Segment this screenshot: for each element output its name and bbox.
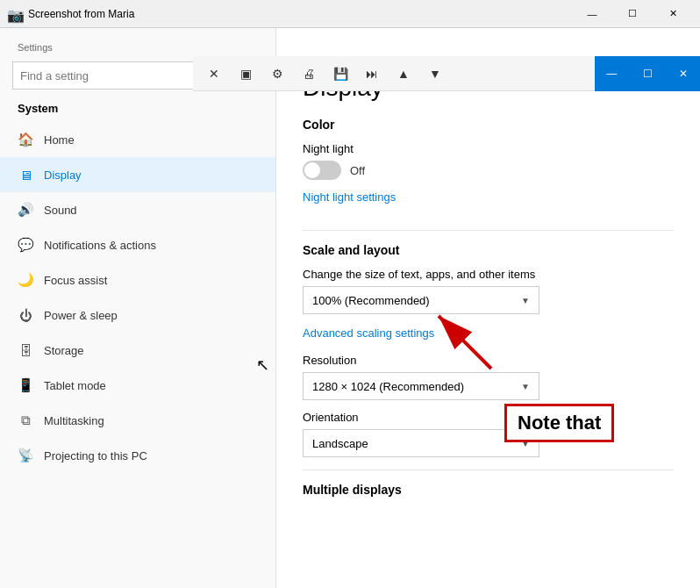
sidebar-item-home[interactable]: 🏠 Home: [0, 122, 275, 157]
note-annotation-box: Note that: [504, 404, 614, 442]
toolbar-print-btn[interactable]: 🖨: [295, 60, 323, 88]
resolution-dropdown-value: 1280 × 1024 (Recommended): [312, 380, 464, 393]
toolbar: ✕ ▣ ⚙ 🖨 💾 ⏭ ▲ ▼ — ☐ ✕: [276, 56, 700, 91]
resolution-label: Resolution: [303, 354, 674, 367]
window-controls: — ☐ ✕: [572, 0, 693, 28]
sidebar-item-label-home: Home: [44, 133, 75, 147]
advanced-scaling-link[interactable]: Advanced scaling settings: [303, 326, 434, 340]
notifications-icon: 💬: [18, 237, 33, 253]
sidebar-item-focus[interactable]: 🌙 Focus assist: [0, 262, 275, 298]
toolbar-blue-close[interactable]: ✕: [666, 56, 700, 91]
scale-dropdown-wrapper: 100% (Recommended) ▼: [303, 286, 674, 314]
night-light-label: Night light: [303, 142, 674, 155]
toolbar-blue-area: — ☐ ✕: [595, 56, 700, 91]
sidebar-item-label-focus: Focus assist: [44, 274, 107, 287]
close-button[interactable]: ✕: [653, 0, 693, 28]
divider-1: [303, 230, 674, 231]
change-size-label: Change the size of text, apps, and other…: [303, 268, 674, 281]
sidebar: Settings 🔍 System 🏠 Home 🖥 Display 🔊 Sou…: [0, 28, 276, 588]
toolbar-blue-maximize[interactable]: ☐: [631, 56, 665, 91]
sidebar-item-power[interactable]: ⏻ Power & sleep: [0, 298, 275, 333]
title-bar: 📷 Screenshot from Maria — ☐ ✕: [0, 0, 700, 28]
toolbar-blue-minimize[interactable]: —: [595, 56, 629, 91]
sidebar-item-label-power: Power & sleep: [44, 309, 118, 322]
orientation-dropdown-wrapper: Landscape ▼: [303, 429, 674, 457]
resolution-dropdown-arrow: ▼: [521, 382, 530, 391]
sidebar-item-display[interactable]: 🖥 Display: [0, 157, 275, 192]
sidebar-item-label-notifications: Notifications & actions: [44, 239, 156, 252]
toolbar-skip-btn[interactable]: ⏭: [358, 60, 386, 88]
sidebar-item-projecting[interactable]: 📡 Projecting to this PC: [0, 438, 275, 473]
toolbar-up-btn[interactable]: ▲: [389, 60, 418, 88]
sidebar-item-label-display: Display: [44, 169, 82, 182]
minimize-button[interactable]: —: [572, 0, 612, 28]
projecting-icon: 📡: [18, 448, 33, 463]
sidebar-item-label-tablet: Tablet mode: [44, 379, 106, 392]
system-section-title: System: [0, 98, 275, 122]
multitasking-icon: ⧉: [18, 412, 33, 428]
night-light-state: Off: [350, 164, 365, 177]
orientation-label: Orientation: [303, 411, 674, 424]
toolbar-down-btn[interactable]: ▼: [421, 60, 449, 88]
resolution-dropdown-wrapper: 1280 × 1024 (Recommended) ▼: [303, 372, 674, 400]
scale-dropdown[interactable]: 100% (Recommended) ▼: [303, 286, 539, 314]
sidebar-item-label-projecting: Projecting to this PC: [44, 449, 147, 463]
power-icon: ⏻: [18, 308, 33, 323]
divider-2: [303, 470, 674, 470]
night-light-toggle[interactable]: [303, 161, 341, 180]
sound-icon: 🔊: [18, 202, 33, 218]
display-icon: 🖥: [18, 168, 33, 183]
night-light-toggle-row: Off: [303, 161, 674, 180]
night-light-settings-link[interactable]: Night light settings: [303, 190, 396, 204]
home-icon: 🏠: [18, 132, 33, 147]
maximize-button[interactable]: ☐: [612, 0, 653, 28]
sidebar-item-storage[interactable]: 🗄 Storage: [0, 333, 275, 368]
toolbar-save-btn[interactable]: 💾: [326, 60, 354, 88]
sidebar-item-label-multitasking: Multitasking: [44, 414, 104, 427]
orientation-dropdown-value: Landscape: [312, 437, 368, 450]
sidebar-item-multitasking[interactable]: ⧉ Multitasking: [0, 403, 275, 438]
focus-icon: 🌙: [18, 272, 33, 288]
multiple-displays-heading: Multiple displays: [303, 483, 674, 497]
tablet-icon: 📱: [18, 377, 33, 393]
window-title: Screenshot from Maria: [28, 8, 572, 20]
toolbar-settings-btn[interactable]: ⚙: [276, 60, 291, 88]
content-area: ✕ ▣ ⚙ 🖨 💾 ⏭ ▲ ▼ — ☐ ✕ Display Color Nigh…: [276, 28, 700, 588]
storage-icon: 🗄: [18, 343, 33, 358]
sidebar-item-label-sound: Sound: [44, 204, 77, 217]
scale-dropdown-arrow: ▼: [521, 296, 530, 305]
sidebar-label: Settings: [0, 37, 275, 56]
resolution-dropdown[interactable]: 1280 × 1024 (Recommended) ▼: [303, 372, 539, 400]
window-icon: 📷: [7, 7, 21, 21]
sidebar-item-notifications[interactable]: 💬 Notifications & actions: [0, 227, 275, 262]
scale-section-heading: Scale and layout: [303, 243, 674, 257]
sidebar-item-sound[interactable]: 🔊 Sound: [0, 192, 275, 227]
color-section-heading: Color: [303, 118, 674, 132]
note-text: Note that: [518, 412, 601, 434]
main-layout: Settings 🔍 System 🏠 Home 🖥 Display 🔊 Sou…: [0, 28, 700, 588]
sidebar-item-tablet[interactable]: 📱 Tablet mode: [0, 368, 275, 403]
sidebar-item-label-storage: Storage: [44, 344, 84, 357]
scale-dropdown-value: 100% (Recommended): [312, 294, 430, 307]
